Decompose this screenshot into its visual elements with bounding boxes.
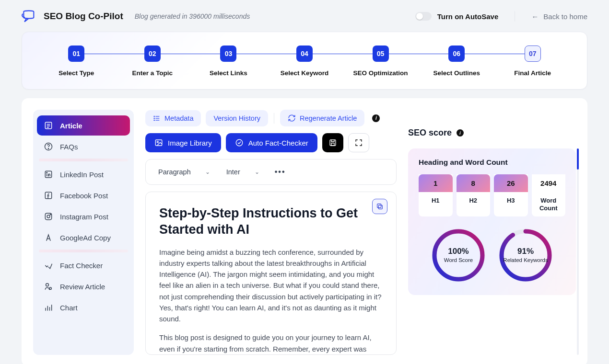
- article-paragraph: This blog post is designed to guide you …: [159, 332, 383, 355]
- sidebar-item-article[interactable]: Article: [37, 115, 130, 136]
- more-options-button[interactable]: •••: [275, 168, 286, 176]
- count-h2: 8H2: [457, 174, 491, 216]
- step-final-article[interactable]: 07Final Article: [494, 46, 571, 77]
- image-library-button[interactable]: Image Library: [145, 133, 221, 152]
- sidebar-item-chart[interactable]: Chart: [37, 297, 130, 318]
- svg-rect-10: [45, 192, 51, 198]
- chevron-down-icon: ⌄: [255, 169, 259, 175]
- gauge-related-keywords: 91%Related Keywords: [497, 227, 554, 284]
- svg-point-29: [157, 141, 158, 143]
- googlead-icon: [44, 233, 53, 242]
- svg-rect-33: [378, 205, 382, 209]
- svg-point-25: [154, 116, 154, 116]
- regenerate-article-button[interactable]: Regenerate Article: [280, 110, 364, 126]
- version-history-button[interactable]: Version History: [206, 110, 268, 126]
- sidebar-item-facebook-post[interactable]: Facebook Post: [37, 185, 130, 205]
- block-type-select[interactable]: Paragraph ⌄: [153, 165, 215, 179]
- article-icon: [44, 121, 53, 130]
- autosave-toggle[interactable]: [415, 12, 432, 21]
- facebook-icon: [44, 191, 53, 200]
- list-icon: [153, 114, 161, 122]
- factcheck-icon: [44, 261, 53, 270]
- sidebar-item-review-article[interactable]: Review Article: [37, 276, 130, 296]
- copy-icon: [376, 203, 384, 210]
- arrow-left-icon: ←: [531, 12, 539, 21]
- step-seo-optimization[interactable]: 05SEO Optimization: [342, 46, 419, 77]
- auto-fact-checker-button[interactable]: Auto Fact-Checker: [226, 133, 317, 152]
- gauge-word-score: 100%Word Score: [430, 227, 487, 284]
- copy-button[interactable]: [372, 199, 387, 214]
- svg-point-14: [50, 214, 51, 215]
- step-select-type[interactable]: 01Select Type: [38, 46, 115, 77]
- save-icon-button[interactable]: [322, 133, 343, 152]
- svg-point-13: [47, 215, 50, 218]
- app-logo: [22, 10, 35, 23]
- article-title: Step-by-Step Instructions to Get Started…: [159, 205, 365, 238]
- font-select[interactable]: Inter ⌄: [222, 165, 264, 179]
- count-h1: 1H1: [419, 174, 453, 216]
- svg-point-27: [154, 120, 154, 120]
- heading-word-count-card: Heading and Word Count 1H18H226H32494Wor…: [408, 148, 576, 295]
- check-badge-icon: [235, 138, 244, 147]
- svg-rect-31: [330, 140, 336, 146]
- svg-point-30: [236, 139, 243, 146]
- review-icon: [44, 282, 53, 291]
- save-icon: [328, 138, 337, 147]
- info-icon[interactable]: i: [457, 129, 464, 136]
- count-word-count: 2494Word Count: [532, 174, 566, 216]
- svg-point-8: [47, 172, 47, 173]
- instagram-icon: [44, 212, 53, 221]
- progress-stepper: 01Select Type02Enter a Topic03Select Lin…: [22, 32, 587, 90]
- sidebar-nav: ArticleFAQsLinkedIn PostFacebook PostIns…: [33, 110, 134, 355]
- article-paragraph: Imagine being amidst a buzzing tech conf…: [159, 247, 383, 325]
- expand-icon: [354, 138, 363, 147]
- step-enter-a-topic[interactable]: 02Enter a Topic: [115, 46, 191, 77]
- svg-point-5: [48, 148, 48, 149]
- article-editor[interactable]: Step-by-Step Instructions to Get Started…: [145, 192, 397, 355]
- info-icon[interactable]: i: [372, 114, 380, 122]
- app-title: SEO Blog Co-Pilot: [44, 11, 123, 22]
- sidebar-item-googlead-copy[interactable]: GoogleAd Copy: [37, 228, 130, 248]
- linkedin-icon: [44, 170, 53, 179]
- count-h3: 26H3: [494, 174, 528, 216]
- back-to-home-link[interactable]: ← Back to home: [531, 12, 587, 21]
- editor-toolbar: Paragraph ⌄ Inter ⌄ •••: [145, 159, 397, 185]
- step-select-links[interactable]: 03Select Links: [190, 46, 267, 77]
- sidebar-item-faqs[interactable]: FAQs: [37, 136, 130, 157]
- chevron-down-icon: ⌄: [205, 169, 210, 175]
- autosave-label: Turn on AutoSave: [437, 12, 499, 21]
- faqs-icon: [44, 142, 53, 151]
- svg-rect-34: [377, 204, 381, 208]
- chart-icon: [44, 303, 53, 312]
- seo-score-title: SEO score: [408, 128, 452, 138]
- generation-time: Blog generated in 396000 milliseconds: [135, 12, 250, 20]
- refresh-icon: [288, 114, 296, 122]
- expand-button[interactable]: [348, 133, 369, 152]
- svg-rect-32: [331, 143, 334, 146]
- svg-point-26: [154, 118, 154, 118]
- sidebar-item-fact-checker[interactable]: Fact Checker: [37, 255, 130, 275]
- metadata-button[interactable]: Metadata: [145, 110, 201, 126]
- sidebar-item-instagram-post[interactable]: Instagram Post: [37, 206, 130, 227]
- scrollbar-thumb[interactable]: [577, 148, 579, 170]
- step-select-keyword[interactable]: 04Select Keyword: [267, 46, 343, 77]
- image-icon: [154, 138, 163, 147]
- sidebar-item-linkedin-post[interactable]: LinkedIn Post: [37, 164, 130, 184]
- seo-card-title: Heading and Word Count: [419, 158, 565, 167]
- svg-rect-28: [155, 140, 162, 146]
- svg-point-16: [46, 284, 49, 286]
- step-select-outlines[interactable]: 06Select Outlines: [419, 46, 495, 77]
